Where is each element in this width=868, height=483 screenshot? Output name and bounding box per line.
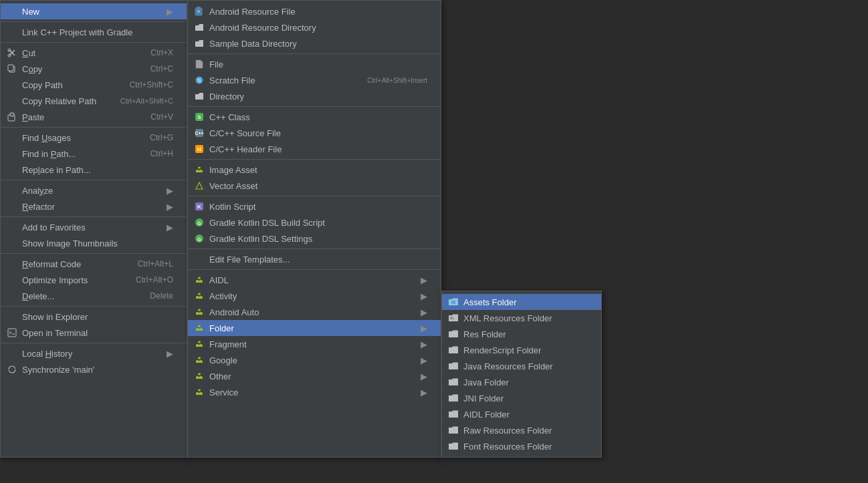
menu-item-cpp-class[interactable]: S C++ Class [188, 109, 441, 125]
raw-resources-folder-icon [447, 424, 459, 436]
explorer-icon [6, 311, 18, 323]
menu-item-paste[interactable]: Paste Ctrl+V [1, 109, 187, 125]
menu-item-show-thumbnails[interactable]: Show Image Thumbnails [1, 235, 187, 251]
menu-item-folder[interactable]: Folder ▶ [188, 320, 441, 336]
service-icon [193, 386, 205, 398]
copy-icon [6, 63, 18, 75]
menu-item-delete[interactable]: Delete... Delete [1, 288, 187, 304]
menu-item-edit-file-templates[interactable]: Edit File Templates... [188, 251, 441, 267]
svg-point-25 [198, 277, 201, 279]
separator [1, 216, 187, 217]
separator [188, 53, 441, 54]
menu-item-service[interactable]: Service ▶ [188, 384, 441, 400]
svg-point-30 [198, 357, 201, 359]
menu-item-find-in-path[interactable]: Find in Path... Ctrl+H [1, 146, 187, 162]
svg-text:C++: C++ [195, 131, 203, 136]
arrow-icon: ▶ [421, 339, 427, 349]
menu-item-copy[interactable]: Copy Ctrl+C [1, 61, 187, 77]
menu-item-local-history[interactable]: Local History ▶ [1, 345, 187, 361]
menu-item-optimize-imports[interactable]: Optimize Imports Ctrl+Alt+O [1, 272, 187, 288]
edit-templates-icon [193, 253, 205, 265]
scratch-file-icon: S [193, 74, 205, 86]
menu-item-scratch-file[interactable]: S Scratch File Ctrl+Alt+Shift+Insert [188, 72, 441, 88]
arrow-icon: ▶ [167, 349, 173, 359]
menu-item-fragment[interactable]: Fragment ▶ [188, 336, 441, 352]
menu-item-reformat-code[interactable]: Reformat Code Ctrl+Alt+L [1, 256, 187, 272]
menu-item-android-auto[interactable]: Android Auto ▶ [188, 304, 441, 320]
menu-item-sample-data-dir[interactable]: Sample Data Directory [188, 35, 441, 51]
folder-submenu: Assets Folder XML Resources Folder Res F… [441, 291, 602, 458]
cut-icon [6, 47, 18, 59]
menu-item-image-asset[interactable]: Image Asset [188, 162, 441, 178]
svg-point-29 [198, 341, 201, 343]
history-icon [6, 347, 18, 359]
menu-item-assets-folder[interactable]: Assets Folder [442, 294, 601, 310]
aidl-icon [193, 274, 205, 286]
arrow-icon: ▶ [421, 371, 427, 381]
separator [1, 343, 187, 343]
menu-item-directory[interactable]: Directory [188, 88, 441, 104]
menu-item-vector-asset[interactable]: Vector Asset [188, 178, 441, 194]
menu-item-analyze[interactable]: Analyze ▶ [1, 182, 187, 198]
menu-item-android-resource-file[interactable]: A Android Resource File [188, 3, 441, 19]
svg-rect-8 [197, 7, 201, 9]
new-submenu: A Android Resource File Android Resource… [187, 0, 441, 458]
svg-text:H: H [197, 146, 201, 152]
folder-submenu-icon [193, 322, 205, 334]
menu-item-gradle-kotlin-settings[interactable]: G Gradle Kotlin DSL Settings [188, 230, 441, 247]
android-resource-dir-icon [193, 21, 205, 33]
refactor-icon [6, 200, 18, 212]
menu-item-open-in-terminal[interactable]: Open in Terminal [1, 325, 187, 341]
menu-item-renderscript-folder[interactable]: RenderScript Folder [442, 342, 601, 358]
menu-item-gradle-kotlin-build[interactable]: G Gradle Kotlin DSL Build Script [188, 214, 441, 230]
menu-item-raw-resources-folder[interactable]: Raw Resources Folder [442, 422, 601, 438]
arrow-icon: ▶ [421, 291, 427, 301]
separator [188, 196, 441, 196]
menu-item-show-in-explorer[interactable]: Show in Explorer [1, 309, 187, 325]
arrow-icon: ▶ [421, 387, 427, 397]
menu-item-google[interactable]: Google ▶ [188, 352, 441, 368]
menu-item-font-resources-folder[interactable]: Font Resources Folder [442, 438, 601, 454]
vector-asset-icon [193, 180, 205, 192]
google-icon [193, 354, 205, 366]
kotlin-script-icon: K [193, 200, 205, 212]
link-cpp-icon [6, 26, 18, 38]
menu-item-add-favorites[interactable]: Add to Favorites ▶ [1, 219, 187, 235]
svg-point-26 [198, 293, 201, 295]
menu-item-activity[interactable]: Activity ▶ [188, 288, 441, 304]
menu-item-file[interactable]: File [188, 56, 441, 72]
menu-item-java-folder[interactable]: Java Folder [442, 374, 601, 390]
menu-item-android-resource-dir[interactable]: Android Resource Directory [188, 19, 441, 35]
menu-item-new[interactable]: New ▶ [1, 3, 187, 19]
svg-rect-33 [451, 301, 455, 304]
thumbnails-icon [6, 237, 18, 249]
xml-resources-folder-icon [447, 312, 459, 324]
menu-item-cut[interactable]: Cut Ctrl+X [1, 45, 187, 61]
menu-item-res-folder[interactable]: Res Folder [442, 326, 601, 342]
jni-folder-icon [447, 392, 459, 404]
menu-item-find-usages[interactable]: Find Usages Ctrl+G [1, 130, 187, 146]
menu-item-copy-relative-path[interactable]: Copy Relative Path Ctrl+Alt+Shift+C [1, 93, 187, 109]
menu-item-replace-in-path[interactable]: Replace in Path... [1, 162, 187, 178]
menu-item-xml-resources-folder[interactable]: XML Resources Folder [442, 310, 601, 326]
aidl-folder-icon [447, 408, 459, 420]
reformat-icon [6, 258, 18, 270]
directory-icon [193, 90, 205, 102]
separator [1, 127, 187, 128]
menu-item-jni-folder[interactable]: JNI Folder [442, 390, 601, 406]
menu-item-java-resources-folder[interactable]: Java Resources Folder [442, 358, 601, 374]
separator [188, 249, 441, 249]
menu-item-cpp-source[interactable]: C++ C/C++ Source File [188, 125, 441, 141]
activity-icon [193, 290, 205, 302]
svg-text:S: S [197, 114, 201, 120]
menu-item-link-cpp[interactable]: Link C++ Project with Gradle [1, 24, 187, 40]
menu-item-aidl-folder[interactable]: AIDL Folder [442, 406, 601, 422]
menu-item-aidl[interactable]: AIDL ▶ [188, 272, 441, 288]
menu-item-copy-path[interactable]: Copy Path Ctrl+Shift+C [1, 77, 187, 93]
menu-item-refactor[interactable]: Refactor ▶ [1, 198, 187, 214]
assets-folder-icon [447, 296, 459, 308]
menu-item-other[interactable]: Other ▶ [188, 368, 441, 384]
menu-item-cpp-header[interactable]: H C/C++ Header File [188, 141, 441, 157]
menu-item-kotlin-script[interactable]: K Kotlin Script [188, 198, 441, 214]
menu-item-synchronize[interactable]: Synchronize 'main' [1, 361, 187, 377]
